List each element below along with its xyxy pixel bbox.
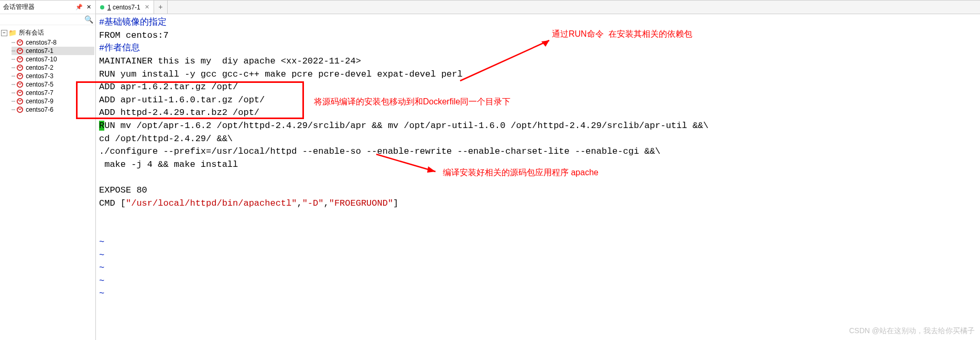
session-label: centos7-3 bbox=[26, 72, 53, 80]
tab-centos7-1[interactable]: 1 centos7-1 ✕ bbox=[96, 1, 154, 14]
svg-line-11 bbox=[376, 154, 435, 172]
session-item[interactable]: ⋯centso7-6 bbox=[12, 105, 94, 114]
terminal-editor[interactable]: #基础镜像的指定 FROM centos:7 #作者信息 MAINTAINER … bbox=[96, 14, 980, 340]
session-item[interactable]: ⋯centos7-10 bbox=[12, 55, 94, 63]
session-label: centos7-5 bbox=[26, 81, 53, 88]
code-line: make -j 4 && make install bbox=[99, 160, 238, 169]
session-icon bbox=[16, 64, 24, 71]
tab-bar: 1 centos7-1 ✕ + bbox=[96, 1, 980, 14]
search-icon[interactable]: 🔍 bbox=[84, 15, 93, 24]
session-item[interactable]: ⋯centos7-7 bbox=[12, 89, 94, 97]
session-label: censtos7-8 bbox=[26, 39, 57, 46]
tree-root-label: 所有会话 bbox=[19, 28, 44, 37]
session-icon bbox=[16, 39, 24, 46]
pin-icon[interactable]: 📌 bbox=[75, 4, 83, 10]
session-item[interactable]: ⋯centos7-3 bbox=[12, 72, 94, 80]
code-line: RUN yum install -y gcc gcc-c++ make pcre… bbox=[99, 69, 463, 79]
session-label: centso7-6 bbox=[26, 106, 53, 113]
session-item[interactable]: ⋯centos7-5 bbox=[12, 80, 94, 89]
main-area: 1 centos7-1 ✕ + #基础镜像的指定 FROM centos:7 #… bbox=[96, 1, 980, 340]
session-label: centos7-2 bbox=[26, 64, 53, 71]
sidebar-header: 会话管理器 📌 ✕ bbox=[0, 1, 95, 14]
session-icon bbox=[16, 72, 24, 80]
session-label: centos7-7 bbox=[26, 89, 53, 97]
session-label: centos7-1 bbox=[26, 47, 53, 55]
session-item[interactable]: ⋯centos7-1 bbox=[12, 47, 94, 55]
code-line: ./configure --prefix=/usr/local/httpd --… bbox=[99, 146, 660, 156]
session-label: centos7-10 bbox=[26, 56, 57, 63]
code-line: MAINTAINER this is my diy apache <xx-202… bbox=[99, 56, 361, 66]
close-icon[interactable]: ✕ bbox=[85, 4, 92, 10]
session-item[interactable]: ⋯censtos7-8 bbox=[12, 38, 94, 47]
connection-status-icon bbox=[100, 5, 104, 9]
code-line: cd /opt/httpd-2.4.29/ &&\ bbox=[99, 134, 233, 144]
session-icon bbox=[16, 47, 24, 55]
vim-tilde: ~ bbox=[99, 237, 104, 247]
annotation-2: 将源码编译的安装包移动到和Dockerfile同一个目录下 bbox=[314, 95, 510, 108]
tree-children: ⋯censtos7-8⋯centos7-1⋯centos7-10⋯centos7… bbox=[1, 38, 94, 114]
code-line: EXPOSE 80 bbox=[99, 185, 147, 195]
session-icon bbox=[16, 106, 24, 113]
tree-collapse-icon[interactable]: − bbox=[1, 30, 7, 36]
vim-tilde: ~ bbox=[99, 276, 104, 286]
session-tree: − 📁 所有会话 ⋯censtos7-8⋯centos7-1⋯centos7-1… bbox=[0, 25, 95, 116]
session-manager-sidebar: 会话管理器 📌 ✕ 🔍 − 📁 所有会话 ⋯censtos7-8⋯centos7… bbox=[0, 1, 96, 340]
session-icon bbox=[16, 98, 24, 105]
tab-add-button[interactable]: + bbox=[154, 1, 168, 14]
session-item[interactable]: ⋯centos7-9 bbox=[12, 97, 94, 105]
svg-marker-10 bbox=[541, 40, 549, 47]
code-line: ADD apr-util-1.6.0.tar.gz /opt/ bbox=[99, 95, 265, 105]
tab-close-icon[interactable]: ✕ bbox=[145, 4, 149, 10]
code-line: FROM centos:7 bbox=[99, 30, 169, 40]
svg-marker-12 bbox=[427, 166, 435, 173]
session-item[interactable]: ⋯centos7-2 bbox=[12, 63, 94, 72]
annotation-3: 编译安装好相关的源码包应用程序 apache bbox=[443, 166, 598, 178]
vim-tilde: ~ bbox=[99, 289, 104, 299]
folder-icon: 📁 bbox=[8, 29, 17, 37]
session-label: centos7-9 bbox=[26, 98, 53, 105]
code-line: CMD ["/usr/local/httpd/bin/apachectl","-… bbox=[99, 198, 398, 208]
session-icon bbox=[16, 81, 24, 88]
annotation-1: 通过RUN命令 在安装其相关的依赖包 bbox=[552, 28, 692, 40]
session-icon bbox=[16, 56, 24, 63]
tree-root[interactable]: − 📁 所有会话 bbox=[1, 27, 94, 38]
code-line: ADD httpd-2.4.29.tar.bz2 /opt/ bbox=[99, 108, 259, 118]
sidebar-title: 会话管理器 bbox=[3, 3, 75, 12]
svg-line-9 bbox=[460, 40, 549, 81]
code-line: #作者信息 bbox=[99, 43, 140, 53]
search-row: 🔍 bbox=[0, 14, 95, 25]
code-line: ADD apr-1.6.2.tar.gz /opt/ bbox=[99, 82, 238, 92]
vim-tilde: ~ bbox=[99, 263, 104, 273]
code-line: RUN mv /opt/apr-1.6.2 /opt/httpd-2.4.29/… bbox=[99, 121, 709, 131]
vim-tilde: ~ bbox=[99, 250, 104, 260]
code-line: #基础镜像的指定 bbox=[99, 17, 167, 27]
annotation-arrow-1 bbox=[458, 36, 557, 83]
session-icon bbox=[16, 89, 24, 97]
tab-label: 1 centos7-1 bbox=[107, 4, 140, 11]
